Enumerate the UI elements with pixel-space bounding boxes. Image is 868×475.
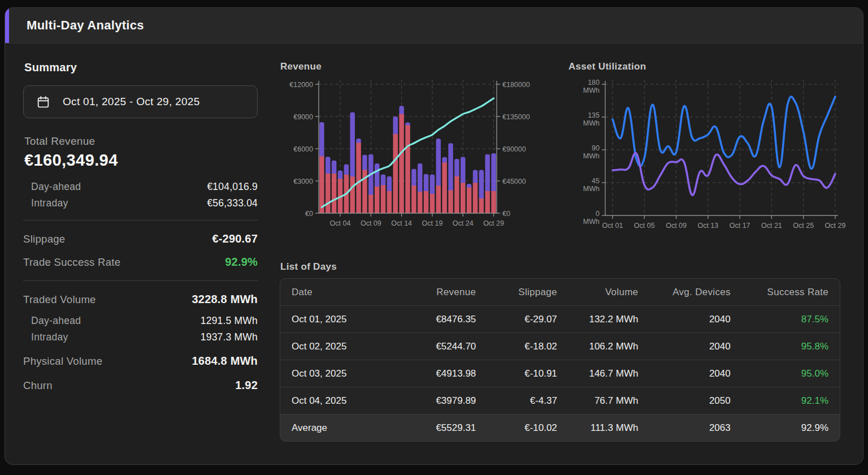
bar-intraday [491, 153, 496, 193]
bar-intraday [393, 116, 398, 136]
x-axis-label: Oct 25 [793, 222, 814, 230]
summary-heading: Summary [24, 61, 258, 74]
bar-day-ahead [430, 194, 435, 213]
x-axis-label: Oct 19 [422, 219, 443, 227]
days-table-card: DateRevenueSlippageVolumeAvg. DevicesSuc… [280, 278, 840, 442]
bar-intraday [485, 154, 489, 193]
table-average-row: Average€5529.31€-10.02111.3 MWh206392.9% [280, 414, 840, 442]
revenue-day-ahead-value: €104,016.9 [207, 179, 258, 195]
bar-day-ahead [375, 187, 379, 213]
table-cell: 2063 [649, 414, 741, 442]
days-table: DateRevenueSlippageVolumeAvg. DevicesSuc… [280, 279, 840, 441]
bar-intraday [448, 143, 453, 192]
bar-intraday [473, 170, 478, 185]
physical-volume-value: 1684.8 MWh [192, 351, 258, 370]
table-cell: 106.2 MWh [568, 333, 650, 360]
left-axis-label: €3000 [293, 178, 313, 185]
date-range-button[interactable]: Oct 01, 2025 - Oct 29, 2025 [23, 85, 258, 118]
success-rate-label: Trade Success Rate [23, 253, 120, 272]
success-rate-value: 92.9% [225, 252, 258, 271]
churn-value: 1.92 [235, 375, 258, 395]
slippage-value: €-290.67 [212, 229, 258, 248]
revenue-intraday-label: Intraday [31, 195, 68, 211]
left-axis-label: €6000 [293, 145, 313, 153]
table-cell: Average [280, 414, 403, 442]
slippage-label: Slippage [23, 230, 65, 249]
bar-day-ahead [448, 190, 453, 213]
bar-day-ahead [319, 156, 324, 213]
bar-day-ahead [393, 134, 398, 213]
summary-divider [23, 220, 258, 221]
bar-intraday [418, 163, 422, 194]
traded-volume-label: Traded Volume [23, 290, 96, 309]
table-cell: €3979.89 [403, 387, 488, 414]
y-axis-label: 135 [588, 111, 600, 119]
y-axis-label: 180 [588, 79, 600, 87]
bar-day-ahead [467, 187, 471, 213]
bar-intraday [350, 112, 355, 179]
card-header: Multi-Day Analytics [5, 8, 863, 44]
bar-day-ahead [473, 183, 478, 213]
table-row[interactable]: Oct 02, 2025€5244.70€-18.02106.2 MWh2040… [280, 333, 840, 360]
y-axis-label: 45 [592, 177, 600, 185]
table-cell: 111.3 MWh [568, 414, 650, 442]
table-cell: 95.8% [742, 333, 840, 360]
table-cell: €8476.35 [403, 306, 488, 333]
table-row[interactable]: Oct 03, 2025€4913.98€-10.91146.7 MWh2040… [280, 360, 840, 387]
right-axis-label: €180000 [502, 81, 530, 89]
revenue-chart: €0€3000€6000€9000€12000€0€45000€90000€13… [271, 76, 553, 233]
x-axis-label: Oct 29 [825, 222, 846, 230]
table-cell: Oct 03, 2025 [280, 360, 403, 387]
x-axis-label: Oct 04 [330, 219, 351, 227]
summary-panel: Summary Oct 01, 2025 - Oct 29, 2025 Tota… [23, 52, 258, 399]
right-axis-label: €0 [502, 210, 510, 218]
volume-intraday-value: 1937.3 MWh [201, 329, 258, 346]
table-row[interactable]: Oct 01, 2025€8476.35€-29.07132.2 MWh2040… [280, 306, 840, 333]
table-header-cell: Slippage [487, 279, 568, 306]
bar-day-ahead [424, 191, 428, 213]
y-axis-label: 90 [592, 144, 600, 152]
left-axis-label: €9000 [293, 113, 313, 121]
table-cell: 132.2 MWh [568, 306, 650, 333]
bar-day-ahead [454, 176, 459, 213]
right-axis-label: €90000 [502, 145, 526, 153]
volume-day-ahead-value: 1291.5 MWh [201, 313, 258, 329]
table-cell: €-18.02 [487, 333, 568, 360]
table-cell: €5529.31 [403, 414, 488, 442]
total-revenue-value: €160,349.94 [24, 151, 258, 170]
table-cell: 2040 [649, 360, 741, 387]
table-cell: 76.7 MWh [568, 387, 650, 414]
bar-day-ahead [387, 191, 392, 213]
table-row[interactable]: Oct 04, 2025€3979.89€-4.3776.7 MWh205092… [280, 387, 840, 414]
y-axis-unit-label: MWh [583, 185, 600, 193]
bar-intraday [479, 170, 484, 200]
analytics-card: Multi-Day Analytics Summary Oct 01, 2025… [5, 7, 863, 465]
bar-day-ahead [356, 143, 361, 213]
y-axis-label: 0 [596, 210, 600, 218]
volume-intraday-label: Intraday [31, 329, 68, 346]
table-cell: 2040 [649, 306, 741, 333]
asset-utilization-chart: 0MWh45MWh90MWh135MWh180MWhOct 01Oct 05Oc… [565, 76, 854, 237]
revenue-day-ahead-label: Day-ahead [31, 179, 81, 195]
revenue-intraday-row: Intraday €56,333.04 [23, 195, 258, 211]
page-title: Multi-Day Analytics [27, 18, 144, 33]
bar-intraday [326, 157, 330, 176]
table-header-cell: Success Rate [742, 279, 840, 306]
bar-day-ahead [485, 191, 489, 213]
table-cell: €4913.98 [403, 360, 488, 387]
table-cell: Oct 04, 2025 [280, 387, 403, 414]
traded-volume-value: 3228.8 MWh [192, 290, 258, 309]
table-header-cell: Volume [568, 279, 650, 306]
bar-day-ahead [491, 191, 496, 213]
bar-intraday [319, 122, 324, 158]
x-axis-label: Oct 14 [391, 219, 412, 227]
table-cell: 87.5% [742, 306, 840, 333]
calendar-icon [36, 95, 50, 109]
bar-intraday [461, 157, 465, 185]
x-axis-label: Oct 09 [361, 219, 381, 227]
x-axis-label: Oct 05 [634, 222, 655, 230]
churn-row: Churn 1.92 [23, 375, 258, 395]
physical-volume-label: Physical Volume [23, 352, 102, 371]
success-rate-row: Trade Success Rate 92.9% [23, 252, 258, 272]
bar-day-ahead [436, 185, 441, 213]
